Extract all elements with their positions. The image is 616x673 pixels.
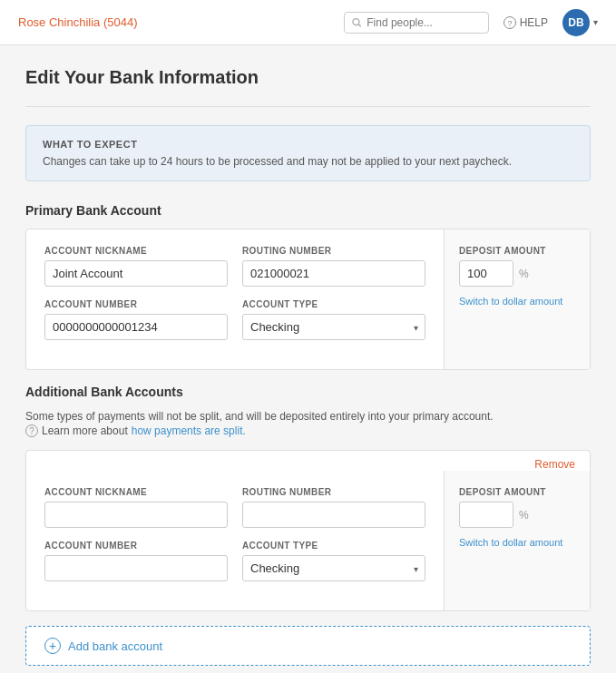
primary-account-number-label: ACCOUNT NUMBER: [44, 299, 228, 309]
info-box-heading: WHAT TO EXPECT: [43, 139, 573, 150]
additional-section-subtitle: Some types of payments will not be split…: [25, 410, 591, 423]
primary-routing-label: ROUTING NUMBER: [242, 246, 425, 256]
additional-account-type-select-wrapper: Checking Savings ▾: [242, 555, 425, 581]
help-label: HELP: [520, 16, 548, 29]
header: Rose Chinchilia (5044) ? HELP DB ▾: [0, 0, 616, 45]
search-input[interactable]: [367, 16, 480, 29]
add-bank-button[interactable]: + Add bank account: [25, 626, 591, 666]
primary-section-title: Primary Bank Account: [25, 203, 591, 218]
header-right: ? HELP DB ▾: [344, 9, 598, 36]
learn-link-row: ? Learn more about how payments are spli…: [25, 424, 591, 437]
primary-nickname-group: ACCOUNT NICKNAME: [44, 246, 228, 287]
help-link[interactable]: ? HELP: [504, 16, 548, 29]
primary-switch-link[interactable]: Switch to dollar amount: [459, 296, 562, 307]
svg-text:?: ?: [507, 19, 512, 28]
primary-account-type-group: ACCOUNT TYPE Checking Savings ▾: [242, 299, 425, 340]
primary-routing-group: ROUTING NUMBER: [242, 246, 425, 287]
additional-nickname-input[interactable]: [44, 502, 228, 528]
primary-account-type-select-wrapper: Checking Savings ▾: [242, 314, 425, 340]
svg-point-0: [353, 18, 359, 24]
primary-deposit-input[interactable]: [459, 260, 513, 287]
remove-row: Remove: [26, 451, 590, 471]
additional-row-2: ACCOUNT NUMBER ACCOUNT TYPE Checking Sav…: [44, 541, 425, 581]
primary-nickname-label: ACCOUNT NICKNAME: [44, 246, 228, 256]
additional-section-title: Additional Bank Accounts: [25, 385, 591, 399]
primary-deposit-label: DEPOSIT AMOUNT: [459, 246, 575, 256]
additional-form-main: ACCOUNT NICKNAME ROUTING NUMBER ACCOUNT …: [26, 471, 445, 610]
primary-form-main: ACCOUNT NICKNAME ROUTING NUMBER ACCOUNT …: [26, 229, 445, 369]
primary-deposit-unit: %: [519, 268, 529, 280]
info-box-text: Changes can take up to 24 hours to be pr…: [43, 155, 573, 168]
additional-row-1: ACCOUNT NICKNAME ROUTING NUMBER: [44, 487, 425, 528]
info-box: WHAT TO EXPECT Changes can take up to 24…: [25, 125, 591, 181]
additional-account-type-label: ACCOUNT TYPE: [242, 541, 425, 551]
additional-account-number-label: ACCOUNT NUMBER: [44, 541, 228, 551]
primary-account-number-input[interactable]: [44, 314, 228, 340]
plus-circle-icon: +: [44, 638, 61, 654]
learn-more-link[interactable]: how payments are split.: [132, 424, 246, 437]
chevron-down-icon: ▾: [593, 17, 598, 27]
avatar-wrapper[interactable]: DB ▾: [562, 9, 598, 36]
additional-nickname-label: ACCOUNT NICKNAME: [44, 487, 228, 497]
additional-account-number-input[interactable]: [44, 555, 228, 581]
primary-row-2: ACCOUNT NUMBER ACCOUNT TYPE Checking Sav…: [44, 299, 425, 340]
additional-switch-link[interactable]: Switch to dollar amount: [459, 537, 562, 548]
avatar: DB: [562, 9, 590, 36]
additional-routing-group: ROUTING NUMBER: [242, 487, 425, 528]
primary-account-type-label: ACCOUNT TYPE: [242, 299, 425, 309]
additional-deposit-label: DEPOSIT AMOUNT: [459, 487, 575, 497]
svg-line-1: [358, 24, 361, 26]
primary-account-card: ACCOUNT NICKNAME ROUTING NUMBER ACCOUNT …: [25, 229, 591, 370]
add-bank-label: Add bank account: [68, 639, 162, 653]
additional-account-number-group: ACCOUNT NUMBER: [44, 541, 228, 581]
additional-deposit-unit: %: [519, 509, 529, 522]
additional-form-inner: ACCOUNT NICKNAME ROUTING NUMBER ACCOUNT …: [26, 471, 590, 610]
additional-deposit-input[interactable]: [459, 502, 513, 528]
help-icon: ?: [504, 16, 516, 29]
page-content: Edit Your Bank Information WHAT TO EXPEC…: [0, 45, 616, 673]
page-title: Edit Your Bank Information: [25, 67, 591, 88]
search-box[interactable]: [344, 12, 489, 34]
additional-routing-label: ROUTING NUMBER: [242, 487, 425, 497]
primary-account-type-select[interactable]: Checking Savings: [242, 314, 425, 340]
additional-deposit-input-row: %: [459, 502, 575, 528]
additional-account-type-select[interactable]: Checking Savings: [242, 555, 425, 581]
additional-account-card: Remove ACCOUNT NICKNAME ROUTING NUMBER: [25, 450, 591, 611]
remove-link[interactable]: Remove: [534, 458, 575, 471]
user-name: Rose Chinchilia (5044): [18, 15, 138, 29]
primary-deposit-input-row: %: [459, 260, 575, 287]
primary-routing-input[interactable]: [242, 260, 425, 287]
search-icon: [352, 17, 362, 28]
additional-routing-input[interactable]: [242, 502, 425, 528]
primary-nickname-input[interactable]: [44, 260, 228, 287]
divider: [25, 106, 591, 107]
header-left: Rose Chinchilia (5044): [18, 15, 138, 29]
primary-row-1: ACCOUNT NICKNAME ROUTING NUMBER: [44, 246, 425, 287]
additional-nickname-group: ACCOUNT NICKNAME: [44, 487, 228, 528]
primary-account-number-group: ACCOUNT NUMBER: [44, 299, 228, 340]
additional-account-type-group: ACCOUNT TYPE Checking Savings ▾: [242, 541, 425, 581]
question-icon[interactable]: ?: [25, 424, 38, 437]
primary-deposit-side: DEPOSIT AMOUNT % Switch to dollar amount: [445, 229, 590, 369]
additional-deposit-side: DEPOSIT AMOUNT % Switch to dollar amount: [445, 471, 590, 610]
